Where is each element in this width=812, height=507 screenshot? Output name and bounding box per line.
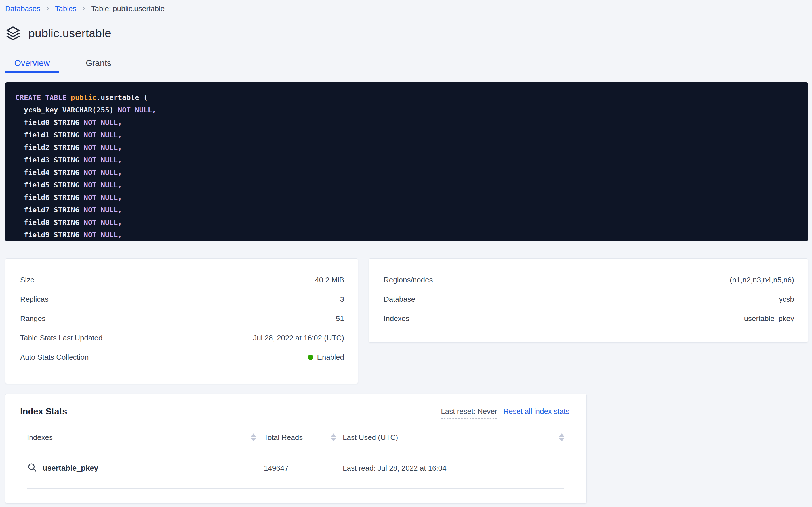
stat-value: 51 [336, 314, 344, 323]
stat-label: Ranges [20, 314, 46, 323]
stat-value: Enabled [308, 353, 344, 362]
sort-arrows-icon [559, 434, 564, 441]
enabled-status-dot [308, 354, 313, 360]
stat-value: ycsb [779, 295, 794, 304]
table-details-page: Databases Tables Table: public.usertable… [0, 0, 812, 507]
stat-row-auto-stats: Auto Stats Collection Enabled [20, 347, 344, 367]
stat-row-replicas: Replicas 3 [20, 290, 344, 309]
column-header-indexes[interactable]: Indexes [27, 433, 256, 442]
table-row[interactable]: usertable_pkey 149647 Last read: Jul 28,… [27, 448, 564, 489]
index-stats-reset-group: Last reset: Never Reset all index stats [441, 406, 569, 419]
last-reset-label: Last reset: Never [441, 407, 497, 419]
stat-row-database: Database ycsb [384, 290, 794, 309]
page-header: public.usertable [5, 25, 808, 42]
stat-label: Indexes [384, 314, 410, 323]
column-header-last-used[interactable]: Last Used (UTC) [336, 433, 564, 442]
stat-label: Size [20, 276, 35, 284]
tab-overview[interactable]: Overview [5, 55, 59, 71]
sort-arrows-icon [331, 434, 336, 441]
total-reads-cell: 149647 [256, 464, 336, 473]
chevron-right-icon [81, 6, 86, 11]
stat-value: usertable_pkey [744, 314, 794, 323]
last-used-value: Last read: Jul 28, 2022 at 16:04 [343, 464, 447, 473]
index-stats-table-header: Indexes Total Reads Last Used (UTC) [27, 427, 564, 448]
last-used-cell: Last read: Jul 28, 2022 at 16:04 [336, 464, 564, 473]
index-stats-header: Index Stats Last reset: Never Reset all … [5, 394, 586, 419]
index-name-cell[interactable]: usertable_pkey [27, 462, 256, 474]
total-reads-value: 149647 [264, 464, 289, 473]
reset-all-index-stats-link[interactable]: Reset all index stats [503, 407, 569, 416]
column-header-total-reads[interactable]: Total Reads [256, 433, 336, 442]
stat-label: Auto Stats Collection [20, 353, 88, 362]
stat-row-size: Size 40.2 MiB [20, 270, 344, 290]
stat-label: Regions/nodes [384, 276, 433, 284]
stat-row-regions: Regions/nodes (n1,n2,n3,n4,n5,n6) [384, 270, 794, 290]
column-label: Last Used (UTC) [343, 433, 398, 442]
column-label: Total Reads [264, 433, 303, 442]
stat-label: Table Stats Last Updated [20, 334, 103, 342]
stat-value: 3 [340, 295, 344, 304]
stat-row-indexes: Indexes usertable_pkey [384, 309, 794, 328]
page-title: public.usertable [28, 27, 111, 40]
stat-value: Jul 28, 2022 at 16:02 (UTC) [253, 334, 344, 342]
breadcrumb-link-databases[interactable]: Databases [5, 4, 40, 13]
database-info-card: Regions/nodes (n1,n2,n3,n4,n5,n6) Databa… [369, 258, 808, 343]
layers-stack-icon [5, 25, 21, 41]
table-stats-card: Size 40.2 MiB Replicas 3 Ranges 51 Table… [5, 258, 358, 384]
breadcrumb-link-tables[interactable]: Tables [55, 4, 76, 13]
breadcrumb-current: Table: public.usertable [91, 4, 165, 13]
chevron-right-icon [45, 6, 51, 11]
content-area: Databases Tables Table: public.usertable… [0, 0, 812, 504]
stat-row-ranges: Ranges 51 [20, 309, 344, 328]
index-stats-table: Indexes Total Reads Last Used (UTC) [5, 427, 586, 489]
breadcrumb: Databases Tables Table: public.usertable [5, 3, 808, 14]
tab-bar: Overview Grants [5, 55, 808, 72]
index-stats-card: Index Stats Last reset: Never Reset all … [5, 394, 587, 504]
column-label: Indexes [27, 433, 53, 442]
tab-grants[interactable]: Grants [71, 55, 125, 71]
create-table-sql-block: CREATE TABLE public.usertable ( ycsb_key… [5, 82, 808, 241]
stat-value: (n1,n2,n3,n4,n5,n6) [730, 276, 794, 284]
index-stats-title: Index Stats [20, 406, 67, 417]
sort-arrows-icon [251, 434, 256, 441]
stat-label: Replicas [20, 295, 49, 304]
enabled-status-text: Enabled [317, 353, 344, 362]
sql-code: CREATE TABLE public.usertable ( ycsb_key… [15, 92, 797, 241]
stat-value: 40.2 MiB [315, 276, 344, 284]
overview-cards-row: Size 40.2 MiB Replicas 3 Ranges 51 Table… [5, 258, 808, 384]
stat-row-stats-updated: Table Stats Last Updated Jul 28, 2022 at… [20, 328, 344, 347]
search-icon [27, 462, 37, 474]
stat-label: Database [384, 295, 415, 304]
index-name: usertable_pkey [43, 464, 99, 473]
